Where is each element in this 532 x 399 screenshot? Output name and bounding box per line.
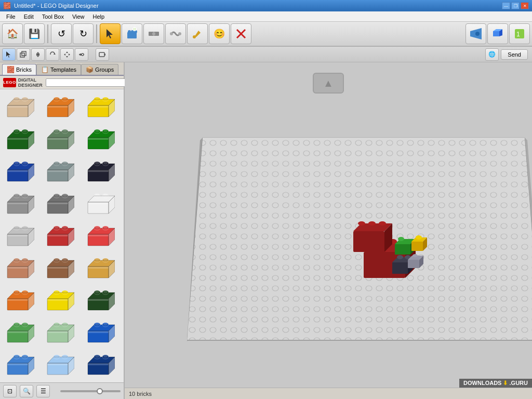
svg-rect-330 (88, 363, 109, 365)
viewport: ▲ (125, 62, 532, 399)
camera-button[interactable] (466, 23, 486, 44)
menu-help[interactable]: Help (89, 12, 109, 21)
svg-point-86 (55, 130, 59, 132)
brick-item-11[interactable] (83, 188, 118, 219)
tab-templates[interactable]: 📋 Templates (36, 64, 81, 75)
brick-item-24[interactable] (2, 349, 37, 380)
brick-item-15[interactable] (2, 252, 37, 284)
zoom-slider[interactable] (60, 390, 121, 392)
menu-file[interactable]: File (2, 12, 20, 21)
building-guide-button[interactable]: 1 (509, 23, 530, 44)
svg-rect-275 (7, 331, 28, 333)
svg-rect-297 (88, 331, 109, 333)
view3d-button[interactable] (487, 23, 508, 44)
brick-item-3[interactable] (2, 124, 37, 155)
brick-item-0[interactable] (2, 91, 37, 123)
brick-item-26[interactable] (83, 349, 118, 380)
svg-rect-25 (22, 51, 26, 56)
menu-toolbox[interactable]: Tool Box (38, 12, 68, 21)
svg-point-262 (95, 291, 99, 294)
svg-rect-319 (47, 363, 68, 365)
search-button[interactable]: 🔍 (20, 385, 33, 397)
svg-marker-31 (69, 54, 70, 56)
zoom-thumb[interactable] (97, 388, 103, 394)
brick-item-21[interactable] (2, 317, 37, 348)
brick-count: 10 bricks (129, 391, 152, 397)
brick-item-5[interactable] (83, 124, 118, 155)
brick-item-6[interactable] (2, 156, 37, 187)
svg-point-274 (23, 323, 27, 326)
svg-point-375 (379, 221, 386, 225)
flex-tube-button[interactable] (165, 23, 186, 44)
brick-item-10[interactable] (42, 188, 77, 219)
brick-item-22[interactable] (42, 317, 77, 348)
svg-point-218 (55, 259, 59, 261)
minimize-button[interactable]: — (502, 2, 510, 9)
brick-item-7[interactable] (42, 156, 77, 187)
brick-item-8[interactable] (83, 156, 118, 187)
svg-point-141 (15, 194, 19, 197)
brick-item-23[interactable] (83, 317, 118, 348)
svg-marker-28 (66, 51, 68, 53)
select-tool-button[interactable] (100, 23, 121, 44)
brick-item-14[interactable] (83, 220, 118, 251)
hide-button[interactable] (31, 48, 45, 61)
brick-item-2[interactable] (83, 91, 118, 123)
brick-item-17[interactable] (83, 252, 118, 284)
brick-item-9[interactable] (2, 188, 37, 219)
svg-point-196 (95, 227, 99, 229)
svg-rect-24 (20, 53, 24, 57)
left-panel: 🧱 Bricks 📋 Templates 📦 Groups LEGO DIGIT… (0, 62, 125, 399)
home-button[interactable]: 🏠 (2, 23, 23, 44)
svg-rect-376 (395, 244, 410, 255)
tab-groups[interactable]: 📦 Groups (81, 64, 118, 75)
smiley-button[interactable]: 😊 (209, 23, 230, 44)
svg-point-328 (95, 355, 99, 358)
save-button[interactable]: 💾 (24, 23, 45, 44)
menu-edit[interactable]: Edit (20, 12, 38, 21)
app-name: DIGITAL DESIGNER (18, 77, 43, 88)
svg-point-374 (368, 221, 376, 225)
redo-button[interactable]: ↻ (73, 23, 94, 44)
svg-point-11 (170, 32, 173, 35)
svg-rect-209 (7, 267, 28, 269)
paint-tool-button[interactable] (187, 23, 208, 44)
svg-rect-176 (7, 234, 28, 236)
brick-item-13[interactable] (42, 220, 77, 251)
close-button[interactable]: ✕ (521, 2, 529, 9)
svg-rect-110 (7, 170, 28, 172)
undo-button[interactable]: ↺ (51, 23, 72, 44)
brick-item-16[interactable] (42, 252, 77, 284)
view-up-button[interactable]: ▲ (313, 73, 344, 94)
add-brick-button[interactable] (122, 23, 142, 44)
hinge-tool-button[interactable] (143, 23, 164, 44)
globe-button[interactable]: 🌐 (485, 48, 499, 61)
snap-button[interactable] (75, 48, 88, 61)
brick-item-1[interactable] (42, 91, 77, 123)
svg-point-175 (23, 227, 27, 229)
brick-item-4[interactable] (42, 124, 77, 155)
camera-view-button[interactable] (96, 48, 109, 61)
brick-item-25[interactable] (42, 349, 77, 380)
fit-view-button[interactable]: ⊡ (3, 385, 17, 397)
brick-item-18[interactable] (2, 285, 37, 316)
brick-item-19[interactable] (42, 285, 77, 316)
restore-button[interactable]: ❐ (511, 2, 520, 9)
rotate-button[interactable] (46, 48, 59, 61)
svg-point-317 (55, 355, 59, 358)
tab-bricks[interactable]: 🧱 Bricks (2, 64, 36, 75)
svg-rect-66 (88, 105, 109, 108)
brick-search-input[interactable] (46, 78, 135, 87)
brick-item-20[interactable] (83, 285, 118, 316)
menu-view[interactable]: View (68, 12, 89, 21)
filter-button[interactable]: ☰ (36, 385, 50, 397)
svg-point-251 (55, 291, 59, 294)
brick-item-12[interactable] (2, 220, 37, 251)
svg-rect-132 (88, 170, 109, 172)
clone-button[interactable] (17, 48, 30, 61)
select-mode-button[interactable] (2, 48, 16, 61)
delete-button[interactable] (231, 23, 251, 44)
svg-rect-18 (493, 31, 499, 36)
send-button[interactable]: Send (501, 49, 528, 60)
move-button[interactable] (60, 48, 74, 61)
